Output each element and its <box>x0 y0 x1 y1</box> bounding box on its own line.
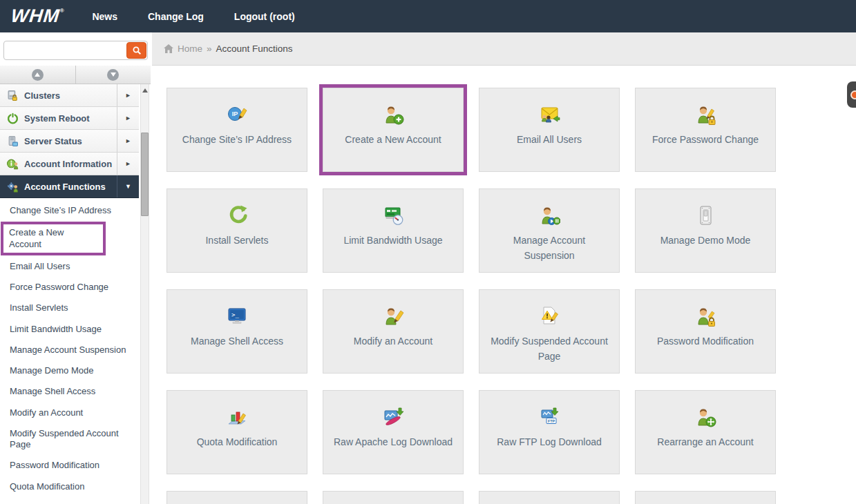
tile-label: Password Modification <box>647 334 763 349</box>
system-reboot-icon <box>7 113 19 124</box>
sidebar-subitem-force-password-change[interactable]: Force Password Change <box>0 277 139 298</box>
search-zone <box>0 32 152 66</box>
sidebar-subitem-modify-suspended-account-page[interactable]: Modify Suspended Account Page <box>0 423 139 456</box>
tile-limit-bandwidth-usage[interactable]: Limit Bandwidth Usage <box>323 188 464 273</box>
tile-manage-account-suspension[interactable]: Manage Account Suspension <box>479 188 620 273</box>
breadcrumb-separator: » <box>207 43 212 54</box>
registered-mark: ® <box>60 8 65 14</box>
whm-window: WHM® News Change Log Logout (root) <box>0 0 856 504</box>
scroll-down-icon <box>107 69 119 81</box>
sidebar-item-account-information[interactable]: Account Information ► <box>0 153 139 175</box>
sidebar-scroll-up-button[interactable] <box>0 66 76 84</box>
whm-logo[interactable]: WHM® <box>10 6 66 27</box>
ip-address-icon <box>226 104 248 126</box>
tile-install-servlets[interactable]: Install Servlets <box>167 188 307 273</box>
sidebar-subitem-email-all-users[interactable]: Email All Users <box>0 256 139 277</box>
tile-partial[interactable] <box>167 491 307 504</box>
sidebar-subitem-manage-demo-mode[interactable]: Manage Demo Mode <box>0 360 139 381</box>
tile-label: Modify an Account <box>344 334 442 349</box>
sidebar-subitem-install-servlets[interactable]: Install Servlets <box>0 298 139 318</box>
sidebar-subitem-quota-modification[interactable]: Quota Modification <box>0 476 139 497</box>
screen-feather-download-icon <box>382 406 404 428</box>
person-lock-pencil-icon <box>694 104 716 126</box>
tile-password-modification[interactable]: Password Modification <box>635 289 776 374</box>
tile-label: Limit Bandwidth Usage <box>334 233 452 249</box>
tile-label: Email All Users <box>507 133 591 148</box>
sidebar-scroll-down-button[interactable] <box>76 66 151 84</box>
person-plus-icon <box>382 104 404 126</box>
sidebar-scrollbar[interactable] <box>140 84 149 504</box>
bars-pencil-icon <box>226 406 248 428</box>
scrollbar-thumb[interactable] <box>141 133 149 216</box>
tile-label: Force Password Change <box>643 133 768 148</box>
tile-manage-shell-access[interactable]: Manage Shell Access <box>167 289 307 374</box>
tile-label: Raw Apache Log Download <box>324 435 462 450</box>
tile-change-sites-ip-address[interactable]: Change Site’s IP Address <box>167 88 307 172</box>
bandwidth-gauge-icon <box>382 204 404 226</box>
sidebar-subitem-limit-bandwidth-usage[interactable]: Limit Bandwidth Usage <box>0 319 139 340</box>
scrollbar-up-arrow-icon[interactable] <box>142 88 148 93</box>
sidebar-subitem-raw-apache-log-download[interactable]: Raw Apache Log Download <box>0 497 139 504</box>
nav-item-logout[interactable]: Logout (root) <box>234 11 295 22</box>
chevron-right-icon: ► <box>117 84 139 106</box>
main-content: Change Site’s IP Address Create a New Ac… <box>151 66 856 504</box>
sidebar-subitem-create-a-new-account[interactable]: Create a New Account <box>1 222 106 255</box>
top-navbar: WHM® News Change Log Logout (root) <box>0 0 856 32</box>
feedback-tab[interactable] <box>847 81 856 108</box>
tile-raw-ftp-log-download[interactable]: Raw FTP Log Download <box>479 390 620 474</box>
tile-grid: Change Site’s IP Address Create a New Ac… <box>167 88 856 504</box>
sidebar-item-system-reboot[interactable]: System Reboot ► <box>0 107 139 130</box>
tile-create-a-new-account[interactable]: Create a New Account <box>323 88 464 172</box>
tile-partial[interactable] <box>479 491 620 504</box>
account-information-icon <box>7 158 19 170</box>
tile-label: Quota Modification <box>187 435 287 450</box>
tile-label: Create a New Account <box>335 133 450 148</box>
sidebar-item-account-functions[interactable]: Account Functions ▼ <box>0 175 139 198</box>
sidebar-submenu: Change Site’s IP Address Create a New Ac… <box>0 198 139 504</box>
sidebar-subitem-password-modification[interactable]: Password Modification <box>0 455 139 476</box>
sidebar-subitem-manage-shell-access[interactable]: Manage Shell Access <box>0 381 139 402</box>
nav-item-change-log[interactable]: Change Log <box>148 11 204 22</box>
search-button[interactable] <box>126 42 146 59</box>
tile-modify-an-account[interactable]: Modify an Account <box>323 289 464 374</box>
person-move-icon <box>694 406 716 428</box>
tile-modify-suspended-account-page[interactable]: Modify Suspended Account Page <box>479 289 620 374</box>
chevron-right-icon: ► <box>117 107 139 129</box>
tile-raw-apache-log-download[interactable]: Raw Apache Log Download <box>323 390 464 474</box>
tile-label: Rearrange an Account <box>647 435 763 450</box>
tile-email-all-users[interactable]: Email All Users <box>479 88 620 172</box>
tile-partial[interactable] <box>635 491 776 504</box>
sidebar-item-clusters[interactable]: Clusters ► <box>0 84 139 107</box>
person-lock-icon <box>694 305 716 327</box>
sidebar-subitem-manage-account-suspension[interactable]: Manage Account Suspension <box>0 340 139 360</box>
sidebar-item-server-status[interactable]: Server Status ► <box>0 130 139 153</box>
screen-ftp-download-icon <box>538 406 560 428</box>
chevron-right-icon: ► <box>117 130 139 152</box>
light-switch-icon <box>694 204 716 226</box>
tile-label: Modify Suspended Account Page <box>479 334 619 364</box>
sidebar-subitem-modify-an-account[interactable]: Modify an Account <box>0 403 139 423</box>
tile-force-password-change[interactable]: Force Password Change <box>635 88 776 172</box>
feedback-dot-icon <box>850 90 856 99</box>
sidebar-menu: Clusters ► System Reboot ► Server Status… <box>0 84 139 504</box>
email-users-icon <box>538 104 560 126</box>
nav-item-news[interactable]: News <box>92 11 117 22</box>
sidebar-subitem-change-sites-ip-address[interactable]: Change Site’s IP Address <box>0 200 139 221</box>
tile-partial[interactable] <box>323 491 464 504</box>
breadcrumb-home-link[interactable]: Home <box>178 43 202 54</box>
tile-rearrange-an-account[interactable]: Rearrange an Account <box>635 390 776 474</box>
search-icon <box>132 46 142 55</box>
sidebar-item-label: Clusters <box>24 90 60 101</box>
sidebar-item-label: Account Functions <box>24 182 106 192</box>
tile-label: Change Site’s IP Address <box>173 133 301 148</box>
chevron-down-icon: ▼ <box>117 175 139 197</box>
chevron-right-icon: ► <box>117 153 139 175</box>
server-status-icon <box>7 135 19 147</box>
sidebar-item-label: Server Status <box>24 136 82 146</box>
tile-manage-demo-mode[interactable]: Manage Demo Mode <box>635 188 776 273</box>
account-functions-icon <box>7 181 19 193</box>
tile-label: Manage Account Suspension <box>479 233 619 263</box>
breadcrumb: Home » Account Functions <box>152 32 856 66</box>
tile-quota-modification[interactable]: Quota Modification <box>167 390 307 474</box>
page-warning-pencil-icon <box>538 305 560 327</box>
